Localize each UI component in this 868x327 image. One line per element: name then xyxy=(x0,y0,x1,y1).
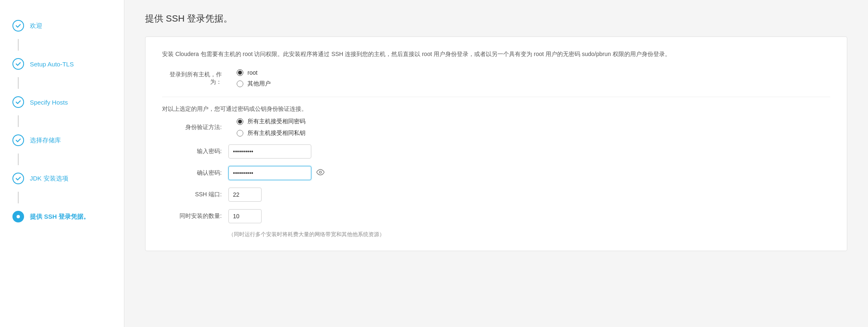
confirm-password-input[interactable] xyxy=(228,166,311,180)
radio-other-label: 其他用户 xyxy=(247,80,271,88)
credentials-card: 安装 Cloudera 包需要有主机的 root 访问权限。此安装程序将通过 S… xyxy=(145,37,847,251)
login-section: 登录到所有主机，作为： root 其他用户 xyxy=(162,69,830,88)
ssh-port-label: SSH 端口: xyxy=(162,191,228,198)
svg-point-1 xyxy=(320,171,322,173)
divider-1 xyxy=(162,97,830,97)
password-label: 输入密码: xyxy=(162,148,228,155)
ssh-port-input[interactable] xyxy=(228,188,262,202)
sidebar-connector-2 xyxy=(18,77,19,89)
sidebar: 欢迎 Setup Auto-TLS Specify Hosts 选择存储库 xyxy=(0,0,124,327)
specify-hosts-check-icon xyxy=(12,96,24,108)
password-row: 输入密码: xyxy=(162,144,830,159)
auth-section-title: 对以上选定的用户，您可通过密码或公钥身份验证连接。 xyxy=(162,105,830,113)
radio-root[interactable]: root xyxy=(237,69,271,76)
sidebar-connector-3 xyxy=(18,115,19,127)
jdk-install-label: JDK 安装选项 xyxy=(30,175,68,183)
radio-other[interactable]: 其他用户 xyxy=(237,80,271,88)
parallel-installs-input[interactable] xyxy=(228,209,262,223)
auto-tls-label: Setup Auto-TLS xyxy=(30,61,74,68)
sidebar-item-specify-hosts[interactable]: Specify Hosts xyxy=(0,89,124,115)
welcome-label: 欢迎 xyxy=(30,22,42,30)
radio-same-password-input[interactable] xyxy=(237,118,243,125)
parallel-installs-row: 同时安装的数量: xyxy=(162,209,830,223)
radio-same-key-label: 所有主机接受相同私钥 xyxy=(247,129,305,137)
auto-tls-check-icon xyxy=(12,58,24,70)
welcome-check-icon xyxy=(12,20,24,32)
parallel-installs-label: 同时安装的数量: xyxy=(162,212,228,220)
login-section-row: 登录到所有主机，作为： root 其他用户 xyxy=(162,69,830,88)
jdk-install-check-icon xyxy=(12,173,24,184)
toggle-password-visibility-button[interactable] xyxy=(315,167,326,179)
eye-icon xyxy=(316,168,325,176)
select-storage-check-icon xyxy=(12,134,24,146)
login-section-label: 登录到所有主机，作为： xyxy=(162,71,228,86)
radio-root-label: root xyxy=(247,69,257,76)
sidebar-connector-4 xyxy=(18,154,19,165)
description-text: 安装 Cloudera 包需要有主机的 root 访问权限。此安装程序将通过 S… xyxy=(162,49,830,59)
sidebar-item-ssh-credentials[interactable]: 提供 SSH 登录凭据。 xyxy=(0,203,124,230)
confirm-password-row: 确认密码: xyxy=(162,166,830,180)
specify-hosts-label: Specify Hosts xyxy=(30,99,68,106)
password-input[interactable] xyxy=(228,144,311,159)
confirm-password-wrapper xyxy=(228,166,326,180)
auth-method-radio-group: 所有主机接受相同密码 所有主机接受相同私钥 xyxy=(237,118,305,137)
sidebar-item-select-storage[interactable]: 选择存储库 xyxy=(0,127,124,154)
ssh-credentials-label: 提供 SSH 登录凭据。 xyxy=(30,213,90,221)
sidebar-connector-5 xyxy=(18,192,19,203)
svg-point-0 xyxy=(17,215,20,218)
ssh-port-row: SSH 端口: xyxy=(162,188,830,202)
parallel-hint: （同时运行多个安装时将耗费大量的网络带宽和其他他系统资源） xyxy=(228,231,830,238)
sidebar-item-jdk-install[interactable]: JDK 安装选项 xyxy=(0,165,124,192)
radio-same-key[interactable]: 所有主机接受相同私钥 xyxy=(237,129,305,137)
sidebar-item-auto-tls[interactable]: Setup Auto-TLS xyxy=(0,51,124,77)
radio-root-input[interactable] xyxy=(237,69,243,76)
login-radio-group: root 其他用户 xyxy=(237,69,271,88)
ssh-credentials-active-icon xyxy=(12,211,24,222)
radio-other-input[interactable] xyxy=(237,81,243,87)
page-title: 提供 SSH 登录凭据。 xyxy=(145,12,847,25)
radio-same-password[interactable]: 所有主机接受相同密码 xyxy=(237,118,305,125)
auth-method-label: 身份验证方法: xyxy=(162,124,228,131)
radio-same-password-label: 所有主机接受相同密码 xyxy=(247,118,305,125)
confirm-password-label: 确认密码: xyxy=(162,169,228,177)
main-content: 提供 SSH 登录凭据。 安装 Cloudera 包需要有主机的 root 访问… xyxy=(124,0,868,327)
sidebar-item-welcome[interactable]: 欢迎 xyxy=(0,12,124,39)
select-storage-label: 选择存储库 xyxy=(30,137,61,144)
radio-same-key-input[interactable] xyxy=(237,130,243,137)
auth-method-row: 身份验证方法: 所有主机接受相同密码 所有主机接受相同私钥 xyxy=(162,118,830,137)
sidebar-connector-1 xyxy=(18,39,19,51)
